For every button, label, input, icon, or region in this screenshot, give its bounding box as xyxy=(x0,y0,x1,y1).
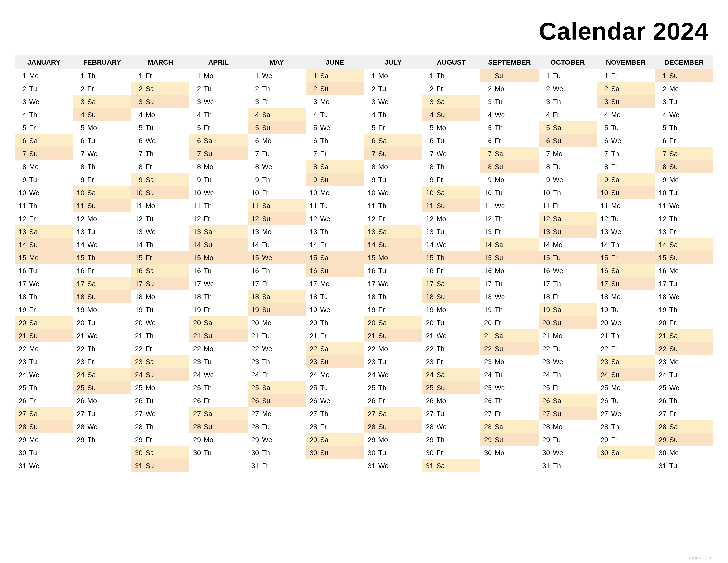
day-number: 14 xyxy=(657,241,666,249)
day-of-week: We xyxy=(553,358,563,366)
day-of-week: Sa xyxy=(553,397,561,405)
day-of-week: Th xyxy=(204,384,212,392)
day-of-week: We xyxy=(204,280,214,288)
day-cell: 7Fr xyxy=(306,147,364,160)
day-cell: 21Tu xyxy=(248,330,306,343)
day-of-week: Sa xyxy=(669,332,678,340)
day-of-week: Th xyxy=(553,98,561,106)
day-number: 9 xyxy=(483,176,492,184)
day-number: 25 xyxy=(483,384,492,392)
day-number: 28 xyxy=(17,423,26,431)
day-of-week: Mo xyxy=(553,332,563,340)
day-number: 10 xyxy=(657,189,666,197)
day-of-week: Mo xyxy=(495,176,504,184)
day-number: 24 xyxy=(17,371,26,379)
day-cell: 13Tu xyxy=(422,225,480,238)
day-of-week: Tu xyxy=(204,176,212,184)
day-of-week: Sa xyxy=(611,449,619,457)
day-number: 28 xyxy=(308,423,317,431)
day-of-week: Fr xyxy=(669,410,676,418)
day-number: 18 xyxy=(366,293,375,301)
day-number: 17 xyxy=(250,280,259,288)
day-of-week: Fr xyxy=(378,306,385,314)
day-cell: 24Mo xyxy=(306,369,364,382)
day-of-week: Tu xyxy=(29,85,37,93)
day-cell: 19Sa xyxy=(539,304,597,317)
day-cell: 1Sa xyxy=(306,69,364,82)
day-cell: 14We xyxy=(422,238,480,251)
day-cell: 14Sa xyxy=(655,238,713,251)
day-of-week: Tu xyxy=(553,345,561,353)
day-of-week: Fr xyxy=(262,462,268,470)
day-of-week: Tu xyxy=(262,241,270,249)
day-number: 31 xyxy=(366,462,375,470)
day-cell: 27Sa xyxy=(189,408,248,421)
day-number: 3 xyxy=(134,98,143,106)
day-number: 29 xyxy=(75,436,84,444)
day-of-week: Su xyxy=(553,228,561,236)
day-of-week: Th xyxy=(204,111,212,119)
day-of-week: Su xyxy=(669,254,678,262)
day-number: 12 xyxy=(17,215,26,223)
day-number: 10 xyxy=(134,189,143,197)
day-number: 9 xyxy=(657,176,666,184)
day-number: 14 xyxy=(366,241,375,249)
day-of-week: Tu xyxy=(87,410,95,418)
day-number: 5 xyxy=(366,124,375,132)
day-number: 12 xyxy=(75,215,84,223)
day-cell: 29Mo xyxy=(189,434,248,447)
day-cell: 27Tu xyxy=(73,408,131,421)
day-number: 11 xyxy=(599,202,608,210)
day-number: 15 xyxy=(75,254,84,262)
day-of-week: Mo xyxy=(262,137,272,145)
day-of-week: We xyxy=(669,293,679,301)
day-number: 27 xyxy=(541,410,550,418)
day-cell: 8Mo xyxy=(364,160,422,173)
day-number: 12 xyxy=(250,215,259,223)
day-cell: 18Th xyxy=(15,291,73,304)
day-number: 31 xyxy=(657,462,666,470)
day-of-week: Mo xyxy=(320,371,330,379)
day-number: 9 xyxy=(134,176,143,184)
day-number: 31 xyxy=(250,462,259,470)
day-number: 21 xyxy=(17,332,26,340)
day-cell: 10Fr xyxy=(248,186,306,199)
day-of-week: Mo xyxy=(378,436,388,444)
month-header: JANUARY xyxy=(15,55,73,69)
day-of-week: Su xyxy=(146,189,154,197)
day-of-week: Tu xyxy=(611,124,619,132)
day-of-week: Su xyxy=(495,163,503,171)
day-number: 4 xyxy=(17,111,26,119)
day-number: 20 xyxy=(541,319,550,327)
day-of-week: Sa xyxy=(262,202,270,210)
day-cell: 24Fr xyxy=(248,369,306,382)
day-cell: 24We xyxy=(189,369,248,382)
day-of-week: We xyxy=(378,189,389,197)
day-cell: 22Th xyxy=(73,343,131,356)
day-number: 15 xyxy=(250,254,259,262)
day-cell: 19Fr xyxy=(189,304,248,317)
day-cell: 19Fr xyxy=(15,304,73,317)
day-of-week: Th xyxy=(29,384,37,392)
day-number: 23 xyxy=(483,358,492,366)
day-cell: 22Mo xyxy=(364,343,422,356)
day-number: 8 xyxy=(75,163,84,171)
day-cell: 24Th xyxy=(539,369,597,382)
day-of-week: Su xyxy=(669,72,678,80)
day-cell: 21Fr xyxy=(306,330,364,343)
day-of-week: Th xyxy=(87,436,95,444)
day-number: 19 xyxy=(134,306,143,314)
day-of-week: Mo xyxy=(378,254,388,262)
day-number: 29 xyxy=(541,436,550,444)
day-of-week: Th xyxy=(204,293,212,301)
day-number: 25 xyxy=(134,384,143,392)
day-cell: 20Fr xyxy=(480,317,539,330)
day-cell: 14Th xyxy=(131,238,189,251)
day-of-week: Sa xyxy=(553,215,561,223)
day-cell: 4Fr xyxy=(539,108,597,121)
day-number: 11 xyxy=(192,202,201,210)
day-number: 14 xyxy=(134,241,143,249)
day-number: 16 xyxy=(250,267,259,275)
day-of-week: Th xyxy=(378,202,386,210)
day-number: 28 xyxy=(250,423,259,431)
